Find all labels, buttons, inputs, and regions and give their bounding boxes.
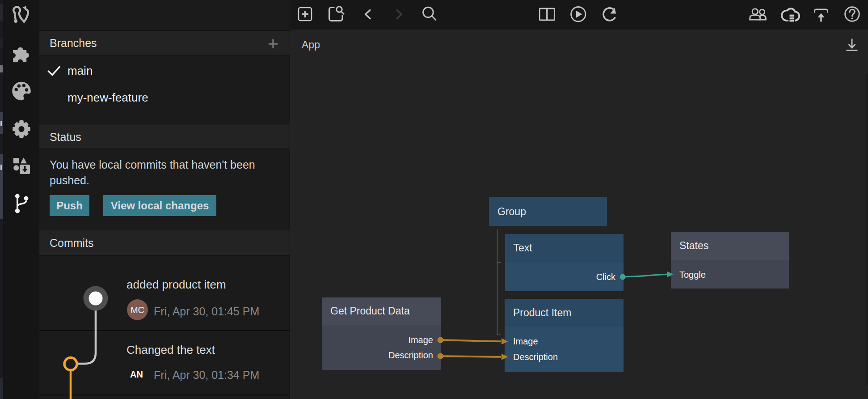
svg-text:MC: MC [131, 305, 144, 315]
